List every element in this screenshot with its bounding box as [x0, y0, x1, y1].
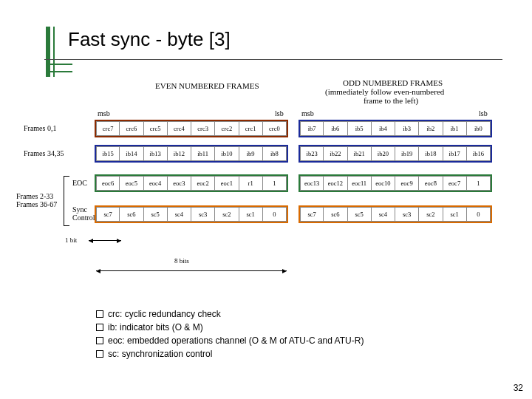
bit-cell: ib23	[300, 146, 324, 161]
slide-title: Fast sync - byte [3]	[68, 28, 231, 51]
scale-1bit-label: 1 bit	[65, 236, 77, 244]
legend: crc: cyclic redundancy check ib: indicat…	[96, 307, 364, 361]
bit-cell: ib14	[120, 146, 143, 161]
bit-cell: crc3	[191, 121, 215, 136]
bit-cell: ib3	[395, 121, 419, 136]
legend-sc: sc: synchronization control	[96, 347, 364, 361]
bit-cell: eoc8	[419, 176, 443, 191]
bit-cell: ib9	[239, 146, 263, 161]
bit-cell: sc4	[372, 207, 395, 222]
bit-cell: ib19	[395, 146, 419, 161]
bit-cell: ib11	[191, 146, 215, 161]
lsb-even: lsb	[275, 109, 284, 117]
bit-cell: eoc12	[324, 176, 347, 191]
bit-cell: eoc7	[443, 176, 467, 191]
bit-cell: ib10	[215, 146, 239, 161]
checkbox-icon	[96, 324, 103, 331]
bit-cell: 0	[263, 207, 287, 222]
bit-cell: sc6	[324, 207, 347, 222]
scale-1bit-arrow	[89, 240, 121, 241]
group-bracket	[64, 176, 69, 226]
bit-cell: 0	[467, 207, 491, 222]
bit-cell: 1	[467, 176, 491, 191]
row-crc-odd: ib7ib6ib5ib4ib3ib2ib1ib0	[300, 121, 491, 136]
label-frames-01: Frames 0,1	[24, 124, 56, 132]
bit-cell: crc7	[96, 121, 120, 136]
row-sc-odd: sc7sc6sc5sc4sc3sc2sc10	[300, 207, 491, 222]
bit-cell: eoc3	[168, 176, 191, 191]
header-even: EVEN NUMBERED FRAMES	[155, 81, 259, 90]
legend-eoc: eoc: embedded operations channel (O & M …	[96, 334, 364, 347]
bit-cell: ib4	[372, 121, 395, 136]
bit-cell: sc4	[168, 207, 191, 222]
bit-cell: 1	[263, 176, 287, 191]
bit-cell: ib13	[144, 146, 168, 161]
bit-cell: eoc9	[395, 176, 419, 191]
checkbox-icon	[96, 337, 103, 344]
bit-cell: eoc11	[348, 176, 372, 191]
bit-cell: sc3	[191, 207, 215, 222]
bit-cell: sc1	[239, 207, 263, 222]
msb-even: msb	[98, 109, 110, 117]
bit-cell: ib15	[96, 146, 120, 161]
row-eoc-even: eoc6eoc5eoc4eoc3eoc2eoc1r11	[96, 176, 287, 191]
bit-cell: ib21	[348, 146, 372, 161]
scale-8bits-arrow	[96, 270, 287, 271]
bit-cell: sc7	[96, 207, 120, 222]
bit-cell: crc6	[120, 121, 143, 136]
header-odd-l3: frame to the left)	[364, 96, 418, 105]
legend-ib: ib: indicator bits (O & M)	[96, 321, 364, 334]
lsb-odd: lsb	[479, 109, 488, 117]
header-odd-l2: (immediately follow even-numbered	[325, 87, 444, 96]
bit-cell: ib20	[372, 146, 395, 161]
bit-cell: crc0	[263, 121, 287, 136]
bit-cell: sc2	[419, 207, 443, 222]
bit-cell: sc5	[348, 207, 372, 222]
bit-cell: ib12	[168, 146, 191, 161]
msb-odd: msb	[301, 109, 314, 117]
bit-cell: ib17	[443, 146, 467, 161]
bit-cell: sc1	[443, 207, 467, 222]
label-sc: Sync Control	[72, 205, 95, 222]
bit-cell: crc5	[144, 121, 168, 136]
slide-accent	[46, 27, 55, 77]
row-crc-even: crc7crc6crc5crc4crc3crc2crc1crc0	[96, 121, 287, 136]
row-sc-even: sc7sc6sc5sc4sc3sc2sc10	[96, 207, 287, 222]
bit-cell: ib6	[324, 121, 347, 136]
bit-cell: ib8	[263, 146, 287, 161]
label-frames-group: Frames 2-33 Frames 36-67	[16, 192, 57, 208]
sync-byte-diagram: EVEN NUMBERED FRAMES ODD NUMBERED FRAMES…	[30, 81, 502, 288]
bit-cell: ib18	[419, 146, 443, 161]
row-ib-odd: ib23ib22ib21ib20ib19ib18ib17ib16	[300, 146, 491, 161]
bit-cell: ib7	[300, 121, 324, 136]
title-rule	[44, 59, 502, 60]
header-odd-l1: ODD NUMBERED FRAMES	[343, 78, 443, 87]
bit-cell: ib1	[443, 121, 467, 136]
checkbox-icon	[96, 350, 103, 358]
bit-cell: r1	[239, 176, 263, 191]
bit-cell: eoc6	[96, 176, 120, 191]
label-frames-3435: Frames 34,35	[24, 149, 64, 157]
bit-cell: eoc5	[120, 176, 143, 191]
checkbox-icon	[96, 310, 103, 318]
bit-cell: eoc4	[144, 176, 168, 191]
bit-cell: ib5	[348, 121, 372, 136]
row-eoc-odd: eoc13eoc12eoc11eoc10eoc9eoc8eoc71	[300, 176, 491, 191]
bit-cell: eoc13	[300, 176, 324, 191]
bit-cell: crc1	[239, 121, 263, 136]
legend-crc: crc: cyclic redundancy check	[96, 307, 364, 321]
bit-cell: crc2	[215, 121, 239, 136]
label-eoc: EOC	[72, 179, 87, 187]
bit-cell: sc5	[144, 207, 168, 222]
bit-cell: ib22	[324, 146, 347, 161]
bit-cell: sc6	[120, 207, 143, 222]
bit-cell: ib16	[467, 146, 491, 161]
bit-cell: ib0	[467, 121, 491, 136]
scale-8bits-label: 8 bits	[174, 257, 189, 265]
bit-cell: eoc2	[191, 176, 215, 191]
bit-cell: eoc10	[372, 176, 395, 191]
bit-cell: ib2	[419, 121, 443, 136]
bit-cell: sc7	[300, 207, 324, 222]
bit-cell: crc4	[168, 121, 191, 136]
bit-cell: sc2	[215, 207, 239, 222]
